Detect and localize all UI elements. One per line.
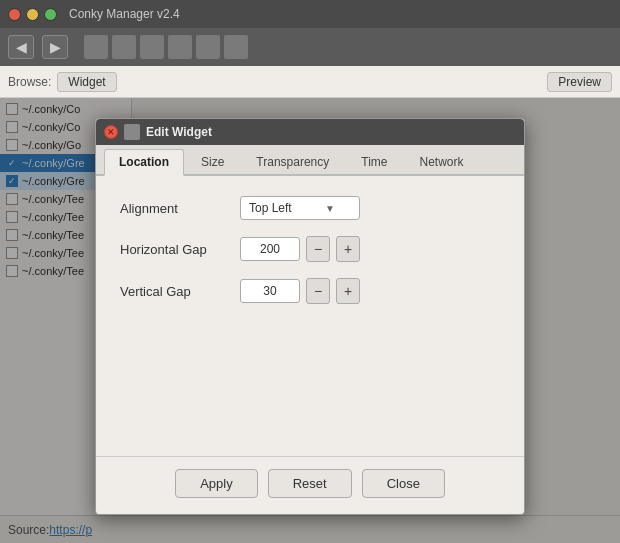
horizontal-gap-label: Horizontal Gap [120,242,240,257]
dialog-title: Edit Widget [146,125,212,139]
tab-network[interactable]: Network [405,149,479,174]
vertical-gap-row: Vertical Gap − + [120,278,500,304]
toolbar: ◀ ▶ [0,28,620,66]
tab-transparency[interactable]: Transparency [241,149,344,174]
toolbar-icon-3 [140,35,164,59]
horizontal-gap-control: − + [240,236,360,262]
reset-button[interactable]: Reset [268,469,352,498]
dialog-body: Alignment Top Left ▼ Horizontal Gap [96,176,524,456]
tab-location[interactable]: Location [104,149,184,176]
alignment-row: Alignment Top Left ▼ [120,196,500,220]
browse-row: Browse: Widget Preview [0,66,620,98]
vertical-gap-control: − + [240,278,360,304]
app-title: Conky Manager v2.4 [69,7,180,21]
dialog-title-bar: ✕ Edit Widget [96,119,524,145]
alignment-value: Top Left [249,201,292,215]
main-window: Conky Manager v2.4 ◀ ▶ Browse: Widget Pr… [0,0,620,543]
close-window-button[interactable] [8,8,21,21]
widget-tab-button[interactable]: Widget [57,72,116,92]
apply-button[interactable]: Apply [175,469,258,498]
toolbar-icon-6 [224,35,248,59]
toolbar-icon-5 [196,35,220,59]
close-button[interactable]: Close [362,469,445,498]
vertical-gap-input[interactable] [240,279,300,303]
alignment-select[interactable]: Top Left ▼ [240,196,360,220]
dialog-close-icon-button[interactable]: ✕ [104,125,118,139]
maximize-window-button[interactable] [44,8,57,21]
browse-label: Browse: [8,75,51,89]
title-bar-buttons [8,8,57,21]
content-area: ~/.conky/Co ~/.conky/Co ~/.conky/Go ✓ ~/… [0,98,620,543]
alignment-label: Alignment [120,201,240,216]
vertical-gap-label: Vertical Gap [120,284,240,299]
title-bar: Conky Manager v2.4 [0,0,620,28]
vertical-gap-decrement-button[interactable]: − [306,278,330,304]
dialog-tabs: Location Size Transparency Time Network [96,145,524,176]
horizontal-gap-increment-button[interactable]: + [336,236,360,262]
chevron-down-icon: ▼ [325,203,335,214]
alignment-control: Top Left ▼ [240,196,360,220]
horizontal-gap-decrement-button[interactable]: − [306,236,330,262]
toolbar-icons [84,35,248,59]
dialog-icon [124,124,140,140]
vertical-gap-increment-button[interactable]: + [336,278,360,304]
back-button[interactable]: ◀ [8,35,34,59]
modal-overlay: ✕ Edit Widget Location Size Transparency… [0,98,620,543]
forward-button[interactable]: ▶ [42,35,68,59]
minimize-window-button[interactable] [26,8,39,21]
dialog-footer: Apply Reset Close [96,456,524,514]
preview-button[interactable]: Preview [547,72,612,92]
toolbar-icon-1 [84,35,108,59]
edit-widget-dialog: ✕ Edit Widget Location Size Transparency… [95,118,525,515]
tab-size[interactable]: Size [186,149,239,174]
horizontal-gap-row: Horizontal Gap − + [120,236,500,262]
toolbar-icon-2 [112,35,136,59]
toolbar-icon-4 [168,35,192,59]
horizontal-gap-input[interactable] [240,237,300,261]
tab-time[interactable]: Time [346,149,402,174]
